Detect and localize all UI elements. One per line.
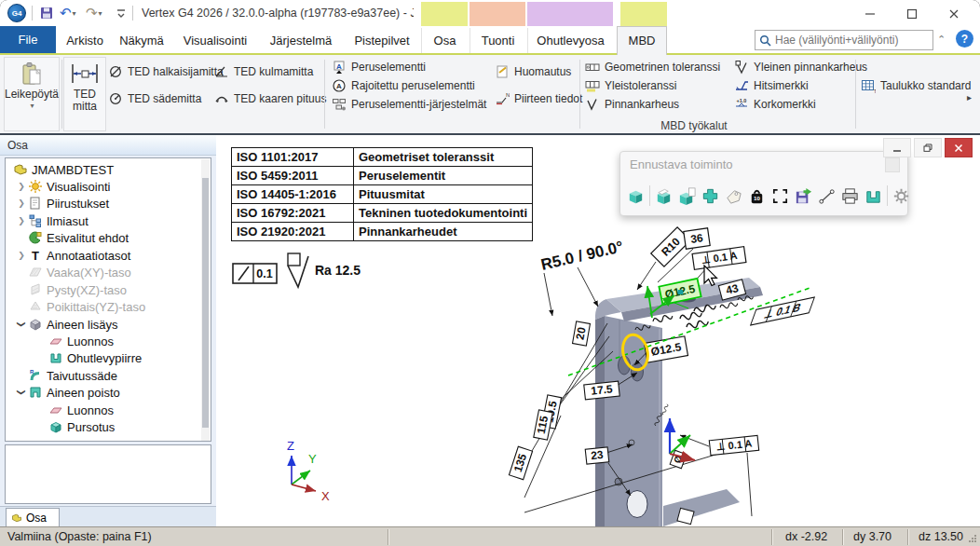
search-input[interactable]: [775, 34, 924, 47]
tree-item-luonnos-2[interactable]: Luonnos: [6, 402, 211, 418]
hitsimerkki-button[interactable]: Hitsimerkki: [734, 76, 809, 95]
tree-item-aineen-poisto[interactable]: ❯ Aineen poisto: [6, 384, 211, 401]
geometrinen-toleranssi-button[interactable]: Geometrinen toleranssi: [585, 58, 720, 76]
clipboard-dropdown-icon[interactable]: ▾: [30, 102, 34, 110]
save-disk-icon[interactable]: [794, 186, 813, 206]
clipboard-button[interactable]: Leikepöytä ▾: [4, 57, 60, 131]
fcf-perpendicular-b[interactable]: ⊥ 0.1 B: [751, 297, 815, 325]
tree-item-clipped[interactable]: [6, 435, 211, 442]
save-button[interactable]: [39, 3, 54, 23]
ted-halkaisijamitta-button[interactable]: TED halkaisijamitta: [108, 62, 224, 81]
ribbon-overflow-arrow[interactable]: ▸: [967, 92, 972, 102]
printer-icon[interactable]: [840, 186, 860, 206]
chevron-right-icon[interactable]: ❯: [15, 251, 28, 260]
measure-line-icon[interactable]: [817, 186, 837, 206]
taulukko-standard-button[interactable]: T Taulukko standard: [861, 76, 971, 95]
tree-item-esivalitut-ehdot[interactable]: Esivalitut ehdot: [6, 229, 211, 246]
plus-cross-icon[interactable]: [701, 186, 720, 206]
dimension-115[interactable]: 115: [534, 410, 552, 440]
peruselementti-button[interactable]: A Peruselementti: [332, 58, 426, 76]
dimension-135[interactable]: 135: [509, 446, 532, 479]
resize-grip[interactable]: [968, 534, 977, 543]
tree-item-visualisointi[interactable]: ❯ Visualisointi: [6, 178, 211, 195]
tree-item-aineen-lisays[interactable]: ❯ Aineen lisäys: [6, 316, 211, 333]
fcf-perpendicular-a-bottom[interactable]: ⊥ 0.1 A: [709, 435, 758, 455]
tree-item-vaaka-xy-taso[interactable]: Vaaka(XY)-taso: [6, 264, 211, 280]
palette-more-button[interactable]: [885, 157, 900, 172]
tab-visualisointi[interactable]: Visualisointi: [171, 28, 259, 53]
dimension-20[interactable]: 20: [573, 321, 591, 346]
chevron-down-icon[interactable]: ❯: [17, 386, 26, 399]
bent-part-icon[interactable]: [864, 186, 883, 206]
tab-pistepilvet[interactable]: Pistepilvet: [343, 28, 421, 53]
tree-item-jmambdtest[interactable]: JMAMBDTEST: [6, 161, 211, 178]
tab-ohutlevyosa[interactable]: Ohutlevyosa: [527, 28, 613, 53]
fcf-perpendicular-a-top[interactable]: ⊥ 0.1 A: [692, 247, 746, 270]
dimension-r5-90[interactable]: R5.0 / 90.0°: [539, 238, 625, 274]
tab-arkisto[interactable]: Arkisto: [58, 28, 112, 53]
weight-10-icon[interactable]: 10: [747, 186, 767, 206]
redo-button[interactable]: ↷▾: [86, 3, 102, 23]
tab-file[interactable]: File: [0, 26, 56, 53]
panel-tab-osa[interactable]: Osa: [6, 508, 60, 527]
help-icon[interactable]: ?: [956, 30, 973, 48]
rajoitettu-peruselementti-button[interactable]: A Rajoitettu peruselementti: [332, 76, 475, 95]
chevron-right-icon[interactable]: ❯: [15, 182, 28, 191]
dimension-36[interactable]: 36: [684, 228, 710, 249]
pinnankarheus-button[interactable]: Pinnankarheus: [585, 95, 679, 114]
ted-mitta-button[interactable]: TEDmitta: [63, 57, 106, 131]
tab-mbd[interactable]: MBD: [617, 26, 667, 55]
open-part-page-icon[interactable]: [677, 186, 697, 206]
tree-item-piirustukset[interactable]: ❯ Piirustukset: [6, 195, 211, 212]
dimension-23[interactable]: 23: [585, 447, 609, 464]
peruselementti-jarjestelmat-button[interactable]: Peruselementti-järjestelmät: [332, 95, 486, 114]
collapse-ribbon-icon[interactable]: ⌃: [937, 34, 946, 46]
close-button[interactable]: [938, 3, 970, 24]
chevron-down-icon[interactable]: ❯: [17, 318, 26, 331]
tab-jarjestelma[interactable]: Järjestelmä: [259, 28, 343, 53]
tree-item-pysty-xz-taso[interactable]: Pysty(XZ)-taso: [6, 281, 211, 298]
tree-item-taivutussade[interactable]: R Taivutussäde: [6, 367, 211, 384]
ted-kaaren-pituus-button[interactable]: TED kaaren pituus: [214, 89, 326, 108]
minimize-button[interactable]: [854, 3, 886, 24]
huomautus-button[interactable]: Huomautus: [495, 62, 571, 81]
tree-item-poikittais-yz-taso[interactable]: Poikittais(YZ)-taso: [6, 298, 211, 315]
search-box[interactable]: [755, 30, 933, 50]
korkomerkki-button[interactable]: +1.0 Korkomerkki: [734, 95, 816, 114]
yleinen-pinnankarheus-button[interactable]: Yleinen pinnankarheus: [734, 58, 867, 76]
ted-kulmamitta-button[interactable]: TED kulmamitta: [214, 62, 313, 81]
tree-item-annotaatiotasot[interactable]: ❯ T Annotaatiotasot: [6, 247, 211, 264]
undo-button[interactable]: ↶▾: [60, 3, 76, 23]
piirteen-tiedot-button[interactable]: N Piirteen tiedot: [495, 89, 582, 108]
document-restore-button[interactable]: [914, 138, 942, 157]
tab-tuonti[interactable]: Tuonti: [470, 28, 525, 53]
yleistoleranssi-button[interactable]: Yleistoleranssi: [585, 76, 676, 95]
tree-scrollbar[interactable]: [201, 159, 210, 441]
document-minimize-button[interactable]: [883, 138, 911, 157]
tab-nakyma[interactable]: Näkymä: [112, 28, 171, 53]
part-model[interactable]: [595, 278, 763, 526]
tree-item-pursotus[interactable]: Pursotus: [6, 418, 211, 435]
dimension-17-5[interactable]: 17.5: [584, 381, 619, 400]
open-part-icon[interactable]: [654, 186, 674, 206]
maximize-button[interactable]: [896, 3, 928, 24]
part-box-icon[interactable]: [626, 186, 646, 206]
ribbon-options-button[interactable]: [116, 3, 127, 23]
redo-dropdown-icon[interactable]: ▾: [99, 9, 102, 18]
chevron-right-icon[interactable]: ❯: [15, 198, 28, 208]
document-close-button[interactable]: [945, 138, 973, 157]
tree-item-luonnos-1[interactable]: Luonnos: [6, 333, 211, 349]
dimension-dia-small[interactable]: Ø: [670, 450, 687, 468]
tree-item-ohutlevypiirre[interactable]: Ohutlevypiirre: [6, 349, 211, 366]
chevron-right-icon[interactable]: ❯: [15, 216, 28, 225]
tab-osa[interactable]: Osa: [421, 28, 468, 53]
model-tree[interactable]: JMAMBDTEST ❯ Visualisointi ❯ Piirustukse…: [5, 157, 211, 442]
ted-sademitta-button[interactable]: TED sädemitta: [108, 89, 201, 108]
undo-dropdown-icon[interactable]: ▾: [73, 9, 76, 18]
tree-scrollbar-thumb[interactable]: [202, 178, 209, 428]
tag-icon[interactable]: [724, 186, 743, 206]
tree-item-ilmiasut[interactable]: ❯ Ilmiasut: [6, 212, 211, 229]
app-logo-g4[interactable]: G4: [7, 4, 26, 22]
gear-icon[interactable]: [892, 186, 911, 206]
selection-frame-icon[interactable]: [770, 186, 790, 206]
